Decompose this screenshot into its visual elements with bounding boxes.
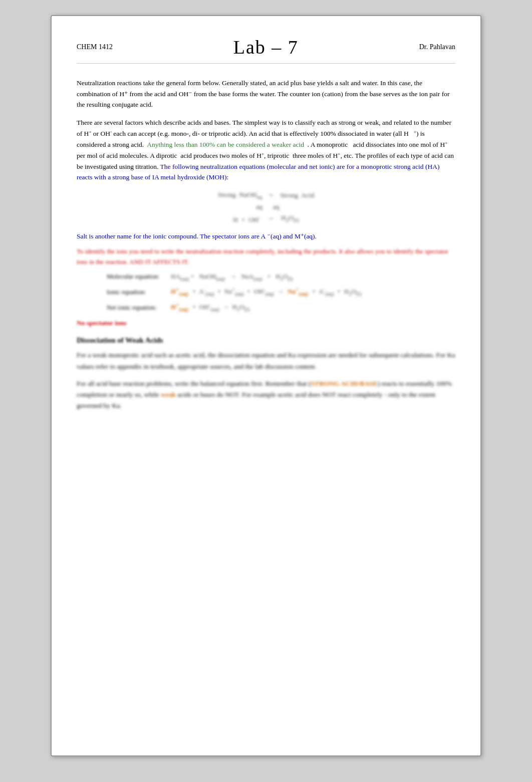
molecular-eq-content: HA(aq) + NaOH(aq) → NaA(aq) + H2O(l): [171, 273, 293, 282]
ionic-eq-rest: + A-(aq) + Na+(aq) + OH-(aq) →: [192, 286, 284, 297]
ionic-eq-a: + A-(aq) + H2O(l): [312, 286, 361, 297]
net-ionic-eq-rest: + OH-(aq) → H2O(l): [192, 302, 249, 312]
highlight-weaker-acid: Anything less than 100% can be considere…: [147, 141, 304, 148]
course-label: CHEM 1412: [77, 43, 113, 51]
molecular-equation-row: Molecular equation: HA(aq) + NaOH(aq) → …: [107, 273, 455, 282]
intro-paragraph-2: There are several factors which describe…: [77, 117, 455, 183]
ionic-equation-row: Ionic equation: H+(aq) + A-(aq) + Na+(aq…: [107, 286, 455, 297]
salt-line: Salt is another name for the ionic compo…: [77, 231, 455, 241]
strong-acid-base-highlight: STRONG ACID/BASE: [311, 380, 377, 387]
no-spectator-label: No spectator ions: [77, 319, 455, 327]
page-header: CHEM 1412 Lab – 7 Dr. Pahlavan: [77, 36, 455, 64]
equation-line-2: aq aq: [77, 203, 455, 211]
net-ionic-label: Net ionic equation:: [107, 304, 167, 312]
dissociation-para-1: For a weak monoprotic acid such as aceti…: [77, 350, 455, 372]
dissociation-section-title: Dissociation of Weak Acids: [77, 336, 455, 345]
lab-title: Lab – 7: [233, 36, 299, 58]
instructor-label: Dr. Pahlavan: [419, 43, 455, 51]
ionic-eq-na: Na+(aq): [288, 286, 308, 297]
page-container: CHEM 1412 Lab – 7 Dr. Pahlavan Neutraliz…: [51, 15, 481, 756]
net-ionic-equation-row: Net ionic equation: H+(aq) + OH-(aq) → H…: [107, 302, 455, 312]
dissociation-para-2: For all acid base reaction problems, wri…: [77, 378, 455, 412]
ionic-label: Ionic equation:: [107, 288, 167, 296]
molecular-label: Molecular equation:: [107, 273, 167, 281]
net-ionic-eq-h: H+(aq): [171, 302, 188, 312]
equation-line-1: Strong NaOHaq + Strong Acid: [77, 191, 455, 200]
ionic-eq-ha: H+(aq): [171, 286, 188, 297]
red-highlight-block: To identify the ions you need to write t…: [77, 246, 455, 268]
equation-line-3: H + OH- → H2O(l): [77, 214, 455, 224]
equations-block-1: Strong NaOHaq + Strong Acid aq aq H + OH…: [77, 191, 455, 223]
intro-paragraph-1: Neutralization reactions take the genera…: [77, 78, 455, 110]
weak-acids-highlight: weak: [161, 391, 176, 398]
section-equations: Molecular equation: HA(aq) + NaOH(aq) → …: [107, 273, 455, 312]
